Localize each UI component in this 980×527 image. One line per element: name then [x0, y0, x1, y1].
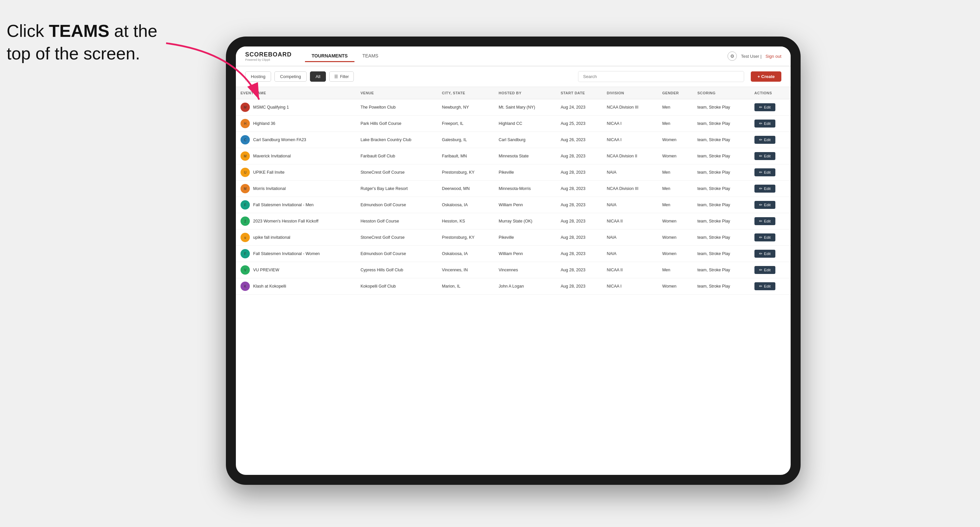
cell-city-state: Deerwood, MN [437, 181, 494, 197]
edit-button[interactable]: ✏ Edit [754, 282, 775, 290]
event-name-text: VU PREVIEW [253, 268, 279, 272]
cell-event-name: U UPIKE Fall Invite [236, 164, 356, 181]
cell-gender: Women [657, 148, 693, 164]
cell-city-state: Faribault, MN [437, 148, 494, 164]
team-icon: F [240, 200, 250, 210]
signout-link[interactable]: Sign out [765, 54, 781, 59]
cell-venue: Edmundson Golf Course [356, 246, 437, 262]
cell-hosted-by: William Penn [494, 246, 556, 262]
team-icon: u [240, 233, 250, 242]
cell-venue: Hesston Golf Course [356, 213, 437, 229]
cell-division: NCAA Division III [602, 181, 657, 197]
pencil-icon: ✏ [759, 170, 762, 175]
cell-venue: Kokopelli Golf Club [356, 278, 437, 295]
pencil-icon: ✏ [759, 203, 762, 207]
cell-division: NCAA Division II [602, 148, 657, 164]
toolbar: Hosting Competing All ☰ Filter + Create [236, 67, 791, 87]
cell-city-state: Galesburg, IL [437, 132, 494, 148]
col-actions: ACTIONS [750, 87, 791, 99]
cell-city-state: Marion, IL [437, 278, 494, 295]
cell-hosted-by: Pikeville [494, 229, 556, 246]
cell-venue: Cypress Hills Golf Club [356, 262, 437, 278]
cell-division: NAIA [602, 229, 657, 246]
table-row: M Morris Invitational Rutger's Bay Lake … [236, 181, 791, 197]
cell-city-state: Newburgh, NY [437, 99, 494, 116]
cell-city-state: Oskaloosa, IA [437, 197, 494, 213]
cell-scoring: team, Stroke Play [693, 197, 750, 213]
filter-label: Filter [340, 75, 349, 79]
cell-scoring: team, Stroke Play [693, 132, 750, 148]
pencil-icon: ✏ [759, 138, 762, 142]
cell-division: NICAA I [602, 278, 657, 295]
event-name-text: 2023 Women's Hesston Fall Kickoff [253, 219, 318, 224]
cell-scoring: team, Stroke Play [693, 116, 750, 132]
cell-city-state: Prestonsburg, KY [437, 164, 494, 181]
edit-button[interactable]: ✏ Edit [754, 217, 775, 225]
edit-button[interactable]: ✏ Edit [754, 103, 775, 111]
cell-start-date: Aug 28, 2023 [556, 164, 602, 181]
create-button[interactable]: + Create [751, 71, 781, 82]
cell-start-date: Aug 26, 2023 [556, 132, 602, 148]
edit-button[interactable]: ✏ Edit [754, 266, 775, 274]
pencil-icon: ✏ [759, 284, 762, 289]
table-header-row: EVENT NAME VENUE CITY, STATE HOSTED BY S… [236, 87, 791, 99]
all-filter-button[interactable]: All [310, 71, 326, 82]
cell-start-date: Aug 25, 2023 [556, 116, 602, 132]
cell-actions: ✏ Edit [750, 116, 791, 132]
cell-gender: Women [657, 229, 693, 246]
table-row: K Klash at Kokopelli Kokopelli Golf Club… [236, 278, 791, 295]
cell-scoring: team, Stroke Play [693, 229, 750, 246]
cell-start-date: Aug 28, 2023 [556, 246, 602, 262]
table-row: u upike fall invitational StoneCrest Gol… [236, 229, 791, 246]
cell-division: NICAA II [602, 262, 657, 278]
team-icon: M [240, 151, 250, 161]
cell-actions: ✏ Edit [750, 246, 791, 262]
edit-button[interactable]: ✏ Edit [754, 119, 775, 127]
col-start-date: START DATE [556, 87, 602, 99]
cell-event-name: F Fall Statesmen Invitational - Women [236, 246, 356, 262]
cell-actions: ✏ Edit [750, 181, 791, 197]
cell-hosted-by: John A Logan [494, 278, 556, 295]
nav-tab-teams[interactable]: TEAMS [356, 51, 385, 62]
col-gender: GENDER [657, 87, 693, 99]
cell-actions: ✏ Edit [750, 278, 791, 295]
cell-scoring: team, Stroke Play [693, 278, 750, 295]
pencil-icon: ✏ [759, 121, 762, 126]
cell-actions: ✏ Edit [750, 148, 791, 164]
cell-hosted-by: William Penn [494, 197, 556, 213]
col-venue: VENUE [356, 87, 437, 99]
cell-start-date: Aug 28, 2023 [556, 278, 602, 295]
cell-hosted-by: Highland CC [494, 116, 556, 132]
table-row: M MSMC Qualifying 1 The Powelton Club Ne… [236, 99, 791, 116]
nav-tab-tournaments[interactable]: TOURNAMENTS [305, 51, 355, 62]
table-row: U UPIKE Fall Invite StoneCrest Golf Cour… [236, 164, 791, 181]
edit-button[interactable]: ✏ Edit [754, 185, 775, 193]
cell-event-name: C Carl Sandburg Women FA23 [236, 132, 356, 148]
cell-venue: The Powelton Club [356, 99, 437, 116]
settings-icon[interactable]: ⚙ [727, 51, 737, 61]
cell-venue: Faribault Golf Club [356, 148, 437, 164]
edit-label: Edit [764, 219, 771, 223]
edit-button[interactable]: ✏ Edit [754, 136, 775, 144]
edit-button[interactable]: ✏ Edit [754, 168, 775, 176]
tournaments-table-container: EVENT NAME VENUE CITY, STATE HOSTED BY S… [236, 87, 791, 475]
tablet-screen: SCOREBOARD Powered by Clippit TOURNAMENT… [236, 46, 791, 475]
cell-start-date: Aug 28, 2023 [556, 197, 602, 213]
filter-icon-button[interactable]: ☰ Filter [329, 71, 354, 82]
edit-button[interactable]: ✏ Edit [754, 201, 775, 209]
team-icon: 2 [240, 216, 250, 226]
cell-gender: Women [657, 246, 693, 262]
event-name-text: Fall Statesmen Invitational - Women [253, 251, 320, 256]
edit-button[interactable]: ✏ Edit [754, 152, 775, 160]
cell-city-state: Prestonsburg, KY [437, 229, 494, 246]
cell-scoring: team, Stroke Play [693, 99, 750, 116]
search-input[interactable] [578, 71, 744, 82]
edit-button[interactable]: ✏ Edit [754, 250, 775, 258]
edit-button[interactable]: ✏ Edit [754, 233, 775, 241]
edit-label: Edit [764, 122, 771, 125]
cell-start-date: Aug 28, 2023 [556, 262, 602, 278]
cell-event-name: F Fall Statesmen Invitational - Men [236, 197, 356, 213]
cell-hosted-by: Carl Sandburg [494, 132, 556, 148]
col-scoring: SCORING [693, 87, 750, 99]
pencil-icon: ✏ [759, 154, 762, 159]
